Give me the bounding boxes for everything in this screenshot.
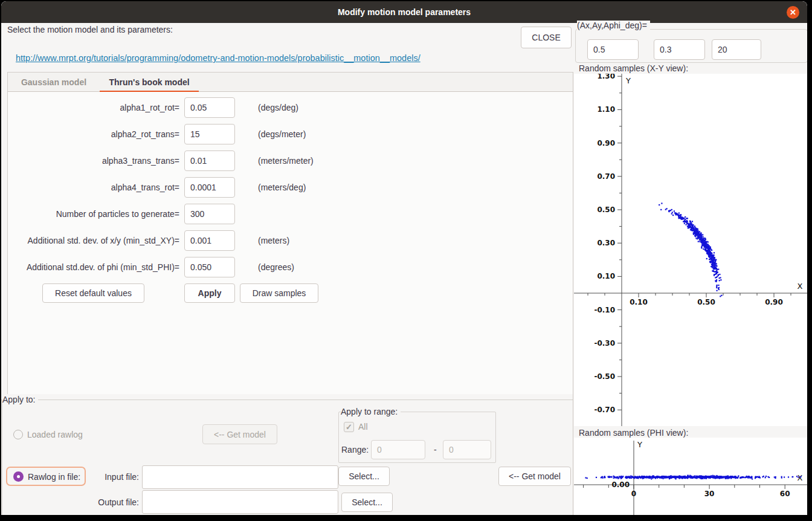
param-label: Additional std. dev. of x/y (min_std_XY)…: [1, 230, 179, 251]
window-title: Modify motion model parameters: [1, 1, 807, 23]
svg-text:0.50: 0.50: [697, 298, 715, 306]
svg-text:1.10: 1.10: [597, 105, 615, 114]
draw-samples-button[interactable]: Draw samples: [240, 283, 318, 303]
param-unit: (degs/meter): [258, 124, 306, 144]
all-checkbox: ✓: [344, 422, 354, 432]
param-input[interactable]: [184, 177, 235, 198]
xy-scatter-points: [659, 202, 722, 297]
apply-to-group-left-border: [2, 400, 2, 515]
param-label: alpha2_rot_trans=: [1, 124, 179, 144]
svg-text:1.30: 1.30: [597, 74, 615, 80]
get-model-bottom-button[interactable]: <-- Get model: [498, 467, 571, 486]
param-input[interactable]: [184, 230, 235, 251]
range-label: Range:: [341, 445, 369, 455]
window-bottom-edge: [0, 515, 812, 521]
param-label: Additional std.dev. of phi (min_std_PHI)…: [1, 257, 179, 277]
svg-text:Y: Y: [625, 76, 631, 85]
svg-text:-0.70: -0.70: [594, 406, 615, 414]
svg-text:0.30: 0.30: [597, 239, 615, 247]
apply-to-group-border: [1, 400, 573, 400]
phi-chart-canvas: 030600.00YX: [574, 438, 807, 515]
param-unit: (meters): [258, 230, 289, 251]
tutorial-link[interactable]: http://www.mrpt.org/tutorials/programmin…: [16, 53, 420, 63]
output-file-label: Output file:: [25, 497, 139, 507]
param-label: Number of particles to generate=: [1, 204, 179, 224]
param-unit: (degrees): [258, 257, 294, 277]
titlebar: Modify motion model parameters ✕: [1, 1, 807, 23]
apply-to-group-label: Apply to:: [2, 395, 38, 404]
param-input[interactable]: [184, 97, 235, 118]
param-input[interactable]: [184, 257, 235, 277]
svg-text:0.10: 0.10: [597, 272, 615, 280]
xy-chart-canvas: 1.301.100.900.700.500.300.10-0.10-0.30-0…: [574, 74, 807, 426]
param-unit: (meters/deg): [258, 177, 306, 198]
delta-phi-input[interactable]: [712, 39, 761, 60]
select-output-file-button[interactable]: Select...: [341, 493, 393, 512]
range-dash: -: [434, 445, 437, 455]
apply-to-range-label: Apply to range:: [341, 407, 401, 416]
svg-text:0.90: 0.90: [597, 139, 615, 147]
tab-gaussian-model[interactable]: Gaussian model: [8, 73, 100, 92]
loaded-rawlog-label: Loaded rawlog: [27, 430, 83, 439]
svg-text:0.00: 0.00: [611, 481, 630, 489]
param-label: alpha3_trans_trans=: [1, 150, 179, 171]
range-from-input: [371, 440, 425, 459]
all-checkbox-label: All: [358, 422, 368, 432]
param-input[interactable]: [184, 124, 235, 144]
input-file-field[interactable]: [142, 465, 338, 489]
svg-text:X: X: [798, 282, 803, 291]
loaded-rawlog-radio: [13, 430, 23, 439]
close-icon[interactable]: ✕: [787, 6, 799, 19]
svg-text:0: 0: [631, 490, 636, 498]
select-input-file-button[interactable]: Select...: [338, 467, 390, 486]
rawlog-in-file-radio[interactable]: [13, 471, 24, 482]
param-label: alpha4_trans_rot=: [1, 177, 179, 198]
xy-chart-title: Random samples (X-Y view):: [579, 63, 688, 73]
param-label: alpha1_rot_rot=: [1, 97, 179, 118]
svg-text:0.90: 0.90: [765, 298, 783, 306]
tab-bar: Gaussian model Thrun's book model: [7, 72, 573, 92]
delta-x-input[interactable]: [587, 39, 639, 60]
delta-group-label: (Ax,Ay,Aphi_deg)=: [577, 21, 650, 30]
delta-y-input[interactable]: [654, 39, 705, 60]
reset-default-values-button[interactable]: Reset default values: [42, 283, 144, 303]
instruction-label: Select the motion model and its paramete…: [7, 25, 173, 34]
svg-text:Y: Y: [637, 440, 642, 449]
close-dialog-button[interactable]: CLOSE: [521, 27, 572, 48]
tab-thruns-book-model[interactable]: Thrun's book model: [100, 73, 199, 92]
panel-divider: [573, 72, 573, 515]
svg-text:60: 60: [780, 490, 790, 498]
svg-text:0.10: 0.10: [630, 298, 648, 306]
param-input[interactable]: [184, 204, 235, 224]
get-model-top-button: <-- Get model: [202, 424, 277, 444]
output-file-field[interactable]: [142, 490, 338, 514]
range-to-input: [443, 440, 491, 459]
svg-text:-0.30: -0.30: [594, 339, 615, 348]
dialog-window: Modify motion model parameters ✕ Select …: [1, 1, 807, 515]
input-file-label: Input file:: [25, 472, 139, 482]
apply-button[interactable]: Apply: [184, 283, 235, 303]
svg-text:-0.50: -0.50: [594, 372, 615, 381]
phi-chart-title: Random samples (PHI view):: [579, 428, 688, 438]
svg-text:0.70: 0.70: [597, 172, 615, 181]
phi-scatter-points: [574, 475, 807, 480]
param-unit: (meters/meter): [258, 150, 314, 171]
param-unit: (degs/deg): [258, 97, 298, 118]
svg-text:30: 30: [704, 490, 715, 498]
param-input[interactable]: [184, 150, 235, 171]
svg-text:-0.10: -0.10: [594, 306, 615, 314]
svg-text:0.50: 0.50: [597, 205, 615, 214]
